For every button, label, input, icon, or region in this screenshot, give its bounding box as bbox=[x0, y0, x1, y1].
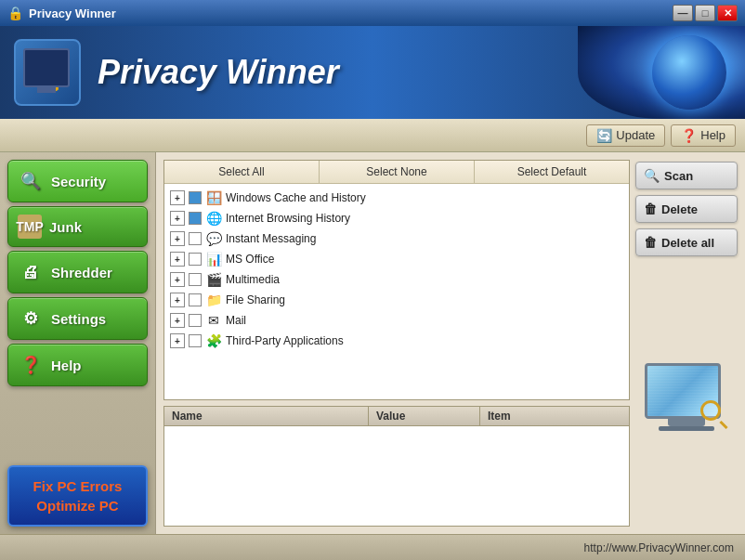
table-body bbox=[164, 426, 629, 523]
settings-icon: ⚙ bbox=[18, 306, 44, 332]
scan-button[interactable]: 🔍 Scan bbox=[635, 162, 738, 189]
help-sidebar-icon: ❓ bbox=[18, 352, 44, 378]
tree-item[interactable]: +🪟Windows Cache and History bbox=[164, 188, 629, 208]
tree-item-icon: 📁 bbox=[205, 292, 222, 308]
status-bar: http://www.PrivacyWinner.com bbox=[0, 534, 745, 560]
help-toolbar-icon: ❓ bbox=[681, 128, 697, 143]
toolbar: 🔄 Update ❓ Help bbox=[0, 119, 745, 152]
status-url: http://www.PrivacyWinner.com bbox=[584, 541, 734, 554]
tree-panel: Select All Select None Select Default +🪟… bbox=[163, 160, 630, 400]
tree-checkbox[interactable] bbox=[189, 273, 202, 286]
col-item: Item bbox=[480, 407, 629, 425]
close-button[interactable]: ✕ bbox=[717, 5, 738, 21]
delete-button[interactable]: 🗑 Delete bbox=[635, 195, 738, 223]
left-content: Select All Select None Select Default +🪟… bbox=[163, 160, 630, 527]
sidebar-item-settings[interactable]: ⚙ Settings bbox=[7, 297, 148, 340]
tree-item-label: File Sharing bbox=[226, 293, 285, 306]
monitor-stand bbox=[668, 419, 705, 426]
tree-checkbox[interactable] bbox=[189, 191, 202, 204]
tree-item-icon: 🪟 bbox=[205, 189, 222, 206]
title-bar-left: 🔒 Privacy Winner bbox=[7, 6, 116, 20]
tree-checkbox[interactable] bbox=[189, 253, 202, 266]
title-bar-controls: — □ ✕ bbox=[673, 5, 738, 21]
tree-item[interactable]: +📁File Sharing bbox=[164, 290, 629, 310]
tree-expander[interactable]: + bbox=[170, 190, 185, 205]
tree-checkbox[interactable] bbox=[189, 212, 202, 225]
help-button[interactable]: ❓ Help bbox=[671, 124, 736, 147]
content-area: Select All Select None Select Default +🪟… bbox=[156, 152, 745, 534]
tree-item-icon: 💬 bbox=[205, 230, 222, 247]
select-default-button[interactable]: Select Default bbox=[475, 161, 629, 183]
magnifier-icon bbox=[700, 400, 728, 428]
select-none-button[interactable]: Select None bbox=[320, 161, 475, 183]
col-value: Value bbox=[369, 407, 480, 425]
tree-item[interactable]: +🌐Internet Browsing History bbox=[164, 208, 629, 228]
sidebar-item-shredder[interactable]: 🖨 Shredder bbox=[7, 251, 148, 293]
tree-item-label: Instant Messaging bbox=[226, 232, 316, 245]
monitor-icon bbox=[23, 48, 70, 87]
header-logo: 🔒 Privacy Winner bbox=[0, 39, 339, 106]
tree-checkbox[interactable] bbox=[189, 334, 202, 347]
tree-item-label: MS Office bbox=[226, 253, 274, 266]
tree-expander[interactable]: + bbox=[170, 211, 185, 226]
tree-item-label: Windows Cache and History bbox=[226, 191, 366, 204]
tree-expander[interactable]: + bbox=[170, 252, 185, 267]
bottom-table: Name Value Item bbox=[163, 406, 630, 527]
tree-expander[interactable]: + bbox=[170, 333, 185, 348]
tree-expander[interactable]: + bbox=[170, 293, 185, 307]
shredder-icon: 🖨 bbox=[18, 259, 44, 285]
title-bar: 🔒 Privacy Winner — □ ✕ bbox=[0, 0, 745, 26]
tree-item-icon: ✉ bbox=[205, 312, 222, 329]
right-panel: 🔍 Scan 🗑 Delete 🗑 Delete all bbox=[635, 160, 738, 527]
maximize-button[interactable]: □ bbox=[695, 5, 715, 21]
junk-icon: TMP bbox=[18, 215, 42, 239]
tree-item-icon: 📊 bbox=[205, 251, 222, 267]
tree-item[interactable]: +✉Mail bbox=[164, 310, 629, 331]
delete-icon: 🗑 bbox=[644, 202, 657, 216]
delete-all-icon: 🗑 bbox=[644, 235, 657, 250]
content-row: Select All Select None Select Default +🪟… bbox=[163, 160, 738, 527]
tree-item[interactable]: +💬Instant Messaging bbox=[164, 228, 629, 249]
tree-item-icon: 🧩 bbox=[205, 332, 222, 349]
select-bar: Select All Select None Select Default bbox=[164, 161, 629, 184]
tree-item-label: Internet Browsing History bbox=[226, 212, 350, 225]
header-globe bbox=[578, 26, 745, 119]
minimize-button[interactable]: — bbox=[673, 5, 693, 21]
security-icon: 🔍 bbox=[18, 168, 44, 194]
header-app-name: Privacy Winner bbox=[98, 53, 339, 92]
lock-icon: 🔒 bbox=[14, 39, 81, 106]
fix-pc-button[interactable]: Fix PC Errors Optimize PC bbox=[7, 465, 148, 527]
tree-item[interactable]: +📊MS Office bbox=[164, 249, 629, 269]
monitor-image bbox=[645, 363, 728, 433]
tree-item[interactable]: +🧩Third-Party Applications bbox=[164, 331, 629, 351]
title-bar-title: Privacy Winner bbox=[29, 7, 116, 20]
sidebar-item-junk[interactable]: TMP Junk bbox=[7, 206, 148, 247]
tree-checkbox[interactable] bbox=[189, 314, 202, 327]
tree-expander[interactable]: + bbox=[170, 313, 185, 328]
tree-checkbox[interactable] bbox=[189, 232, 202, 245]
app-icon: 🔒 bbox=[7, 6, 23, 20]
header: 🔒 Privacy Winner bbox=[0, 26, 745, 119]
main-layout: 🔍 Security TMP Junk 🖨 Shredder ⚙ Setting… bbox=[0, 152, 745, 534]
delete-all-button[interactable]: 🗑 Delete all bbox=[635, 228, 738, 256]
tree-item-label: Multimedia bbox=[226, 273, 280, 286]
sidebar-item-help[interactable]: ❓ Help bbox=[7, 344, 148, 386]
tree-expander[interactable]: + bbox=[170, 272, 185, 287]
col-name: Name bbox=[164, 407, 369, 425]
tree-item-label: Mail bbox=[226, 314, 246, 327]
sidebar-item-security[interactable]: 🔍 Security bbox=[7, 160, 148, 202]
update-button[interactable]: 🔄 Update bbox=[586, 124, 665, 147]
update-icon: 🔄 bbox=[596, 128, 612, 143]
select-all-button[interactable]: Select All bbox=[164, 161, 320, 183]
tree-checkbox[interactable] bbox=[189, 293, 202, 306]
monitor-preview bbox=[635, 269, 738, 527]
tree-item[interactable]: +🎬Multimedia bbox=[164, 269, 629, 290]
tree-item-icon: 🎬 bbox=[205, 271, 222, 288]
sidebar: 🔍 Security TMP Junk 🖨 Shredder ⚙ Setting… bbox=[0, 152, 156, 534]
tree-item-icon: 🌐 bbox=[205, 210, 222, 227]
table-header: Name Value Item bbox=[164, 407, 629, 426]
tree-content: +🪟Windows Cache and History+🌐Internet Br… bbox=[164, 184, 629, 399]
scan-icon: 🔍 bbox=[644, 168, 660, 183]
tree-item-label: Third-Party Applications bbox=[226, 334, 344, 347]
tree-expander[interactable]: + bbox=[170, 231, 185, 246]
